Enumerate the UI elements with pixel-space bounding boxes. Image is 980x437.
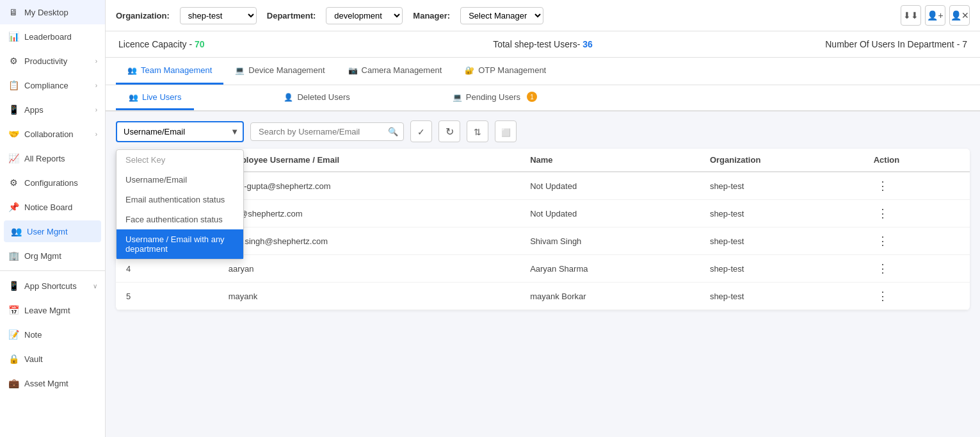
sidebar-item-collaboration[interactable]: Collaboration › [0,122,105,146]
sidebar-item-user-mgmt[interactable]: User Mgmt [4,220,101,242]
sort-icon [474,126,481,137]
subtab-deleted-users[interactable]: Deleted Users [271,86,362,110]
subtab-pending-users[interactable]: Pending Users 1 [440,85,550,110]
vault-icon [8,353,19,365]
cell-name: Shivam Singh [520,227,700,255]
tab-otp-management[interactable]: OTP Management [453,58,558,85]
sidebar-item-leaderboard[interactable]: Leaderboard [0,24,105,49]
chevron-right-icon: › [95,82,97,89]
table-row: 4 aaryan Aaryan Sharma shep-test ⋮ [116,255,970,283]
action-menu-button[interactable]: ⋮ [874,234,892,248]
sidebar-item-leave-mgmt[interactable]: Leave Mgmt [0,298,105,322]
sidebar-item-configurations[interactable]: Configurations [0,170,105,195]
sidebar-item-org-mgmt[interactable]: Org Mgmt [0,243,105,268]
sort-button[interactable] [467,120,488,142]
cell-srno: 5 [116,283,218,310]
sidebar-item-apps[interactable]: Apps › [0,97,105,122]
compliance-icon [8,79,19,91]
cell-org: shep-test [700,172,864,200]
download-button[interactable]: ⬇ [901,5,921,26]
sidebar-item-label: Notice Board [24,202,72,212]
mgr-label: Manager: [413,11,450,21]
tab-camera-management[interactable]: Camera Management [337,58,454,85]
table-row: 1 may-gupta@shephertz.com Not Updated sh… [116,172,970,200]
dropdown-item-select-key[interactable]: Select Key [116,150,243,170]
sidebar-item-productivity[interactable]: Productivity › [0,49,105,73]
add-user-button[interactable]: 👤+ [925,5,945,26]
remove-user-icon: 👤✕ [951,10,969,21]
sidebar-item-vault[interactable]: Vault [0,347,105,371]
chevron-right-icon: › [95,106,97,113]
search-key-select-wrap: Username/Email ▼ Select Key Username/Ema… [116,121,244,142]
shortcuts-icon [8,280,19,292]
sidebar-item-notice-board[interactable]: Notice Board [0,195,105,219]
sidebar-item-label: Collaboration [24,129,74,139]
table-header-row: Sr.No. Employee Username / Email Name Or… [116,149,970,172]
sidebar-item-label: Configurations [24,178,78,188]
org-select[interactable]: shep-test [180,7,257,24]
cell-action: ⋮ [864,200,970,227]
checkmark-button[interactable] [410,120,432,142]
tab-team-management[interactable]: Team Management [116,58,223,85]
apps-icon [8,104,19,115]
table-row: 3 shiv.singh@shephertz.com Shivam Singh … [116,227,970,255]
cell-name: Not Updated [520,172,700,200]
cell-name: Not Updated [520,200,700,227]
cell-org: shep-test [700,200,864,227]
reports-icon [8,153,19,164]
sidebar-item-label: Compliance [24,81,68,90]
dropdown-item-username-email[interactable]: Username/Email [116,170,243,190]
org-label: Organization: [116,11,170,21]
total-users: Total shep-test Users- 36 [401,39,684,49]
subtab-live-users[interactable]: Live Users [116,86,194,110]
mgr-select[interactable]: Select Manager [460,7,543,24]
sidebar-item-label: Vault [24,354,43,364]
sidebar-app-shortcuts-toggle[interactable]: App Shortcuts ∨ [0,274,105,298]
action-menu-button[interactable]: ⋮ [874,179,892,193]
camera-icon [348,65,358,75]
top-bar: Organization: shep-test Department: deve… [106,0,980,31]
search-key-select[interactable]: Username/Email [116,121,244,142]
search-icon [388,127,398,136]
chevron-down-icon: ∨ [93,283,97,290]
sub-tabs: Live Users Deleted Users Pending Users 1 [106,85,980,111]
dept-label: Department: [267,11,316,21]
sidebar-item-note[interactable]: Note [0,322,105,347]
dropdown-item-email-auth[interactable]: Email authentication status [116,190,243,210]
chevron-right-icon: › [95,58,97,65]
action-menu-button[interactable]: ⋮ [874,206,892,220]
col-action: Action [864,149,970,172]
sidebar-item-label: My Desktop [24,8,68,17]
monitor-icon [8,6,19,18]
users-table-wrap: Sr.No. Employee Username / Email Name Or… [116,149,970,310]
action-menu-button[interactable]: ⋮ [874,261,892,276]
team-icon [127,65,137,75]
action-menu-button[interactable]: ⋮ [874,289,892,303]
tab-device-management[interactable]: Device Management [223,58,336,85]
search-input[interactable] [256,123,384,140]
sidebar-item-asset-mgmt[interactable]: Asset Mgmt [0,371,105,395]
sidebar-item-all-reports[interactable]: All Reports [0,146,105,170]
sidebar-item-label: User Mgmt [27,227,68,236]
cell-org: shep-test [700,255,864,283]
stats-bar: Licence Capacity - 70 Total shep-test Us… [106,31,980,58]
dept-select[interactable]: development [326,7,403,24]
cell-username: mayank [218,283,520,310]
remove-user-button[interactable]: 👤✕ [949,5,970,26]
notice-icon [8,201,19,213]
cell-username: vm@shephertz.com [218,200,520,227]
chevron-right-icon: › [95,131,97,138]
download-icon: ⬇ [903,10,919,21]
cell-action: ⋮ [864,227,970,255]
dropdown-item-face-auth[interactable]: Face authentication status [116,210,243,229]
pending-badge: 1 [527,92,537,102]
add-user-icon: 👤+ [927,10,943,21]
sidebar-item-my-desktop[interactable]: My Desktop [0,0,105,24]
dropdown-item-username-any-dept[interactable]: Username / Email with any department [116,229,243,259]
refresh-button[interactable] [438,120,460,142]
col-org: Organization [700,149,864,172]
export-button[interactable] [495,120,517,142]
sidebar-divider [0,270,105,271]
sidebar-item-compliance[interactable]: Compliance › [0,73,105,97]
export-icon [501,126,511,137]
